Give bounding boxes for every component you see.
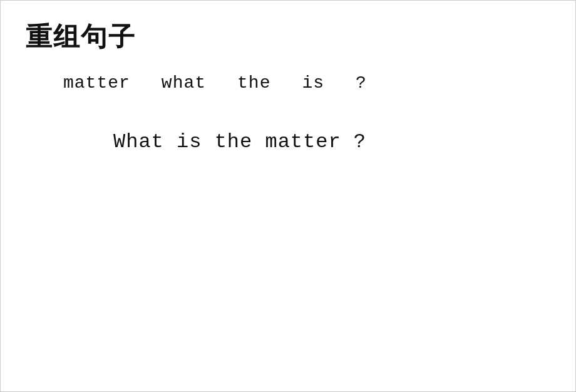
word-item-what: what	[162, 73, 206, 93]
word-bank: matter what the is ?	[26, 73, 550, 93]
word-item-matter: matter	[63, 73, 130, 93]
word-item-the: the	[237, 73, 270, 93]
answer-section: What is the matter ?	[26, 130, 550, 153]
page-container: 重组句子 matter what the is ? What is the ma…	[0, 0, 576, 392]
word-item-is: is	[302, 73, 324, 93]
word-item-question-mark: ?	[356, 73, 367, 93]
page-title: 重组句子	[26, 19, 550, 54]
answer-text: What is the matter ?	[113, 130, 366, 153]
